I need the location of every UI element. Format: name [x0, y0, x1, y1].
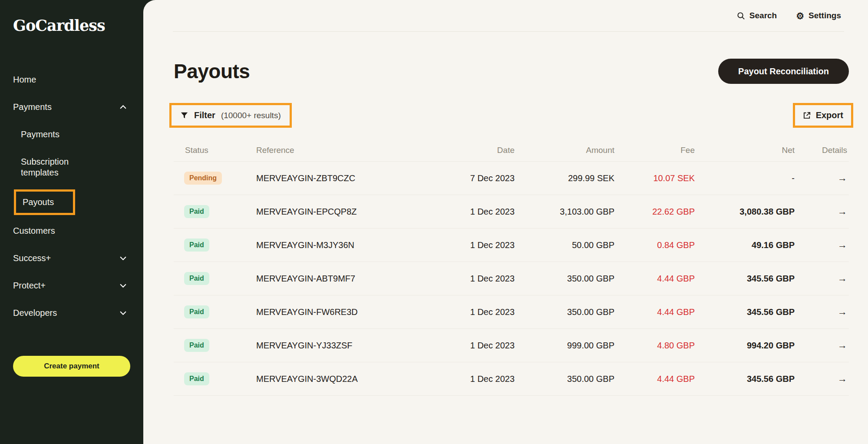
settings-button[interactable]: ⚙ Settings [796, 11, 841, 20]
table-row[interactable]: Paid MERVEAYGIN-EPCQP8Z 1 Dec 2023 3,103… [174, 195, 849, 229]
status-badge: Paid [184, 339, 209, 351]
sidebar-item-label: Protect+ [13, 280, 46, 291]
page-title: Payouts [174, 60, 250, 83]
sidebar: GoCardless Home Payments Payments Subscr… [0, 0, 143, 444]
topbar: Search ⚙ Settings [143, 0, 868, 31]
topbar-divider [173, 31, 844, 32]
sidebar-item-label: Developers [13, 308, 57, 318]
payout-fee: 4.44 GBP [614, 274, 695, 284]
payout-date: 1 Dec 2023 [432, 240, 515, 250]
sidebar-item-label: Payments [21, 129, 59, 140]
payouts-highlight-box: Payouts [14, 189, 75, 215]
status-badge: Paid [184, 305, 209, 318]
payout-reference: MERVEAYGIN-ZBT9CZC [256, 173, 432, 183]
payout-date: 1 Dec 2023 [432, 207, 515, 217]
sidebar-item-label: Customers [13, 225, 55, 236]
sidebar-item-label: Payouts [23, 197, 54, 207]
status-badge: Pending [184, 172, 222, 184]
gocardless-logo: GoCardless [13, 17, 130, 34]
create-payment-button[interactable]: Create payment [13, 356, 130, 377]
payout-fee: 0.84 GBP [614, 240, 695, 250]
filter-icon [180, 111, 188, 119]
sidebar-item-payments-sub[interactable]: Payments [13, 129, 130, 140]
details-arrow-icon[interactable]: → [838, 340, 847, 351]
table-row[interactable]: Paid MERVEAYGIN-ABT9MF7 1 Dec 2023 350.0… [174, 262, 849, 295]
column-header-fee: Fee [614, 146, 695, 155]
sidebar-item-label: Subscription templates [21, 156, 90, 178]
table-row[interactable]: Paid MERVEAYGIN-M3JY36N 1 Dec 2023 50.00… [174, 229, 849, 262]
payout-fee: 4.80 GBP [614, 341, 695, 351]
sidebar-item-label: Payments [13, 102, 52, 113]
payout-reference: MERVEAYGIN-M3JY36N [256, 240, 432, 250]
payouts-table: Status Reference Date Amount Fee Net Det… [174, 139, 849, 396]
payout-amount: 350.00 GBP [515, 274, 614, 284]
details-arrow-icon[interactable]: → [838, 206, 847, 217]
details-arrow-icon[interactable]: → [838, 306, 847, 318]
payout-net: 345.56 GBP [695, 307, 795, 317]
payout-date: 7 Dec 2023 [432, 173, 515, 183]
filter-label: Filter [194, 110, 215, 120]
sidebar-item-developers[interactable]: Developers [13, 308, 130, 318]
payout-amount: 350.00 GBP [515, 374, 614, 384]
filter-button[interactable]: Filter (10000+ results) [169, 103, 292, 128]
main-content: Search ⚙ Settings Payouts Payout Reconci… [143, 0, 868, 444]
sidebar-nav: Home Payments Payments Subscription temp… [13, 74, 130, 335]
search-button[interactable]: Search [737, 11, 777, 20]
payout-date: 1 Dec 2023 [432, 374, 515, 384]
payout-net: 345.56 GBP [695, 274, 795, 284]
status-badge: Paid [184, 272, 209, 285]
payout-fee: 10.07 SEK [614, 173, 695, 183]
column-header-date: Date [432, 146, 515, 155]
chevron-up-icon [119, 103, 127, 111]
settings-label: Settings [809, 11, 841, 20]
details-arrow-icon[interactable]: → [838, 273, 847, 284]
chevron-down-icon [119, 309, 127, 317]
payout-reference: MERVEAYGIN-YJ33ZSF [256, 341, 432, 351]
filter-results-count: (10000+ results) [221, 111, 281, 120]
column-header-details: Details [795, 146, 849, 155]
payout-reference: MERVEAYGIN-ABT9MF7 [256, 274, 432, 284]
payout-amount: 299.99 SEK [515, 173, 614, 183]
export-label: Export [816, 110, 843, 120]
chevron-down-icon [119, 255, 127, 262]
sidebar-item-label: Home [13, 74, 36, 85]
column-header-reference: Reference [256, 146, 432, 155]
search-icon [737, 12, 745, 20]
sidebar-item-label: Success+ [13, 253, 51, 264]
payout-net: - [695, 173, 795, 183]
export-button[interactable]: Export [793, 103, 853, 128]
column-header-status: Status [174, 146, 256, 155]
sidebar-item-subscription-templates[interactable]: Subscription templates [13, 156, 130, 178]
payout-date: 1 Dec 2023 [432, 274, 515, 284]
payout-fee: 4.44 GBP [614, 374, 695, 384]
sidebar-item-customers[interactable]: Customers [13, 225, 130, 236]
payout-amount: 50.00 GBP [515, 240, 614, 250]
sidebar-item-payments[interactable]: Payments [13, 102, 130, 113]
table-row[interactable]: Paid MERVEAYGIN-FW6RE3D 1 Dec 2023 350.0… [174, 295, 849, 329]
payout-reconciliation-button[interactable]: Payout Reconciliation [718, 59, 849, 84]
payout-reference: MERVEAYGIN-FW6RE3D [256, 307, 432, 317]
payout-net: 3,080.38 GBP [695, 207, 795, 217]
table-row[interactable]: Paid MERVEAYGIN-3WQD22A 1 Dec 2023 350.0… [174, 362, 849, 396]
payout-net: 994.20 GBP [695, 341, 795, 351]
table-header: Status Reference Date Amount Fee Net Det… [174, 139, 849, 162]
payout-date: 1 Dec 2023 [432, 307, 515, 317]
payout-reference: MERVEAYGIN-EPCQP8Z [256, 207, 432, 217]
sidebar-item-home[interactable]: Home [13, 74, 130, 85]
details-arrow-icon[interactable]: → [838, 239, 847, 251]
payout-net: 345.56 GBP [695, 374, 795, 384]
column-header-net: Net [695, 146, 795, 155]
payout-reference: MERVEAYGIN-3WQD22A [256, 374, 432, 384]
export-icon [803, 111, 811, 119]
details-arrow-icon[interactable]: → [838, 172, 847, 184]
sidebar-item-protect-plus[interactable]: Protect+ [13, 280, 130, 291]
search-label: Search [749, 11, 777, 20]
table-row[interactable]: Pending MERVEAYGIN-ZBT9CZC 7 Dec 2023 29… [174, 162, 849, 195]
sidebar-item-success-plus[interactable]: Success+ [13, 253, 130, 264]
details-arrow-icon[interactable]: → [838, 373, 847, 384]
gear-icon: ⚙ [796, 11, 804, 20]
page-header: Payouts Payout Reconciliation [143, 59, 868, 84]
filter-row: Filter (10000+ results) Export [143, 103, 868, 128]
table-row[interactable]: Paid MERVEAYGIN-YJ33ZSF 1 Dec 2023 999.0… [174, 329, 849, 362]
sidebar-item-payouts[interactable]: Payouts [13, 189, 130, 215]
